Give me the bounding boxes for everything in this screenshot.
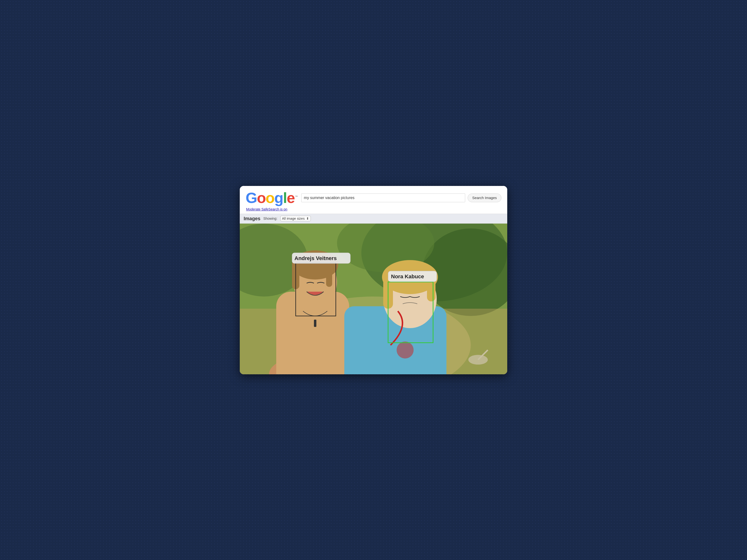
- logo-letter-o2: o: [265, 189, 274, 206]
- header-area: Google™ Search Images Moderate SafeSearc…: [240, 186, 507, 211]
- logo-letter-g2: g: [274, 189, 283, 206]
- logo-letter-l: l: [283, 189, 287, 206]
- search-images-button[interactable]: Search Images: [468, 193, 501, 202]
- image-container: Andrejs Veitners Nora Kabuce: [240, 223, 507, 374]
- size-filter-arrow-icon: ⬍: [306, 217, 309, 220]
- logo-letter-g: G: [246, 189, 257, 206]
- safesearch-link[interactable]: Moderate SafeSearch is on: [246, 207, 501, 211]
- svg-text:Andrejs Veitners: Andrejs Veitners: [294, 255, 337, 261]
- photo-svg: Andrejs Veitners Nora Kabuce: [240, 223, 507, 374]
- size-filter-select[interactable]: All image sizes ⬍: [280, 216, 311, 221]
- safesearch-row: Moderate SafeSearch is on: [246, 207, 501, 211]
- svg-rect-13: [314, 320, 316, 327]
- logo-letter-o1: o: [257, 189, 265, 206]
- svg-rect-12: [326, 260, 332, 287]
- images-bar: Images Showing: All image sizes ⬍: [240, 214, 507, 223]
- top-row: Google™ Search Images: [246, 190, 501, 205]
- showing-label: Showing:: [263, 217, 278, 220]
- images-label: Images: [243, 216, 260, 221]
- logo-tm: ™: [295, 195, 298, 198]
- search-input[interactable]: [301, 193, 465, 202]
- logo-letter-e: e: [287, 189, 294, 206]
- google-logo: Google™: [246, 190, 298, 205]
- search-row: Search Images: [301, 193, 501, 202]
- svg-text:Nora Kabuce: Nora Kabuce: [391, 273, 424, 279]
- photo-background: Andrejs Veitners Nora Kabuce: [240, 223, 507, 374]
- size-filter-text: All image sizes: [282, 217, 305, 220]
- browser-window: Google™ Search Images Moderate SafeSearc…: [240, 186, 507, 374]
- svg-point-19: [396, 342, 414, 358]
